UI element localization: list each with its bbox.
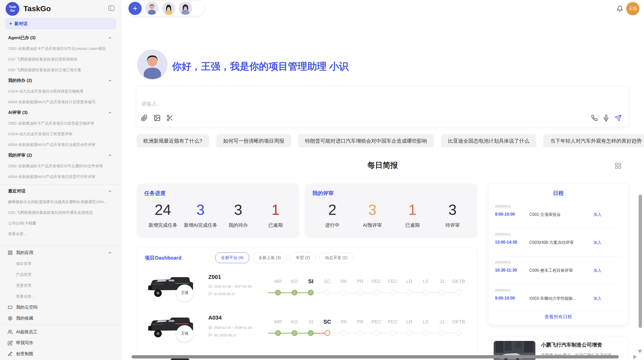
tab-new-platform[interactable]: 全新平台 (4) bbox=[215, 252, 249, 263]
conversation-item[interactable]: A034-全新新能源MUV产品开发项目计划变更表编写 bbox=[0, 97, 121, 107]
vertical-scrollbar[interactable] bbox=[639, 194, 642, 328]
new-session-button[interactable]: + bbox=[128, 2, 142, 15]
conversation-item[interactable]: Z001-全新燃油皮卡产品开发项目SI节点Lesson Learn报告 bbox=[0, 43, 121, 54]
view-all-schedule-link[interactable]: 查看所有日程 bbox=[488, 314, 628, 320]
scissors-icon[interactable] bbox=[166, 114, 173, 122]
divider bbox=[495, 228, 622, 229]
suggestion-chip[interactable]: 如何写一份清晰的项目周报 bbox=[216, 134, 291, 147]
sidebar-item-cloud-space[interactable]: 我的云空间 bbox=[0, 302, 121, 313]
stat-in-progress: 2进行中 bbox=[316, 201, 349, 229]
microphone-icon[interactable] bbox=[603, 115, 609, 121]
schedule-date: 2025/03/11 bbox=[495, 204, 511, 208]
user-avatar[interactable]: 王强 bbox=[626, 2, 639, 15]
sidebar-item-creative-draw[interactable]: 创意制图 bbox=[0, 348, 121, 359]
suggestion-chip[interactable]: 比亚迪全固态电池计划具体说了什么 bbox=[441, 134, 536, 147]
section-header-recent[interactable]: 最近对话 bbox=[0, 186, 121, 197]
section-header-my-review[interactable]: 我的评审 (2) bbox=[0, 150, 121, 161]
conversation-item[interactable]: 解释最新出台的欧盟报废车法规再生塑料比例被调至15%... bbox=[0, 197, 121, 207]
pen-icon bbox=[8, 351, 13, 356]
dashboard-title: 项目Dashboard bbox=[145, 254, 181, 261]
sidebar-bottom-nav: 我的应用 项目管理 产品管理 变更管理 查看全部... 我的云空间 我的收藏 A… bbox=[0, 246, 121, 359]
project-code: Z001 bbox=[208, 274, 221, 280]
milestone-dot bbox=[292, 290, 297, 295]
conversation-item[interactable]: C0X4-动力总成开发项目工程变更评审 bbox=[0, 129, 121, 139]
chat-input[interactable] bbox=[141, 101, 447, 107]
suggestion-chip[interactable]: 当下年轻人对汽车外观有怎样的喜好趋势 bbox=[543, 134, 644, 147]
sidebar-list: Agent已办 (3) Z001-全新燃油皮卡产品开发项目SI节点Lesson … bbox=[0, 33, 121, 239]
my-review-card: 我的评审 2进行中 3AI预评审 1已逾期 3待评审 bbox=[305, 184, 478, 238]
conversation-item[interactable]: A034-全新新能源MUV产品开发项目法规符合性评审 bbox=[0, 139, 121, 150]
suggestion-chip[interactable]: 特朗普可能对进口汽车增税会对中国车企造成哪些影响 bbox=[298, 134, 434, 147]
session-avatar[interactable] bbox=[162, 2, 175, 15]
sidebar-item-my-apps[interactable]: 我的应用 bbox=[0, 247, 121, 258]
project-row[interactable]: 王强 A034 2023-12-19 ~ 2026-01-19 SC-2025-… bbox=[137, 310, 478, 350]
project-row[interactable]: 王强 Z001 2023-12-19 ~ 2027-01-19 SI-2025-… bbox=[137, 270, 478, 310]
notification-bell-icon[interactable] bbox=[617, 5, 623, 12]
conversation-item[interactable]: A034-全新新能源MUV产品开发项目造型可行性评审 bbox=[0, 171, 121, 182]
conversation-item[interactable]: C02-飞腾新能源轻客改款项目立项汇报方案 bbox=[0, 65, 121, 75]
sidebar-item-ai-employee[interactable]: AI超级员工 bbox=[0, 326, 121, 337]
section-header-ai-review[interactable]: AI评审 (3) bbox=[0, 107, 121, 118]
card-title: 我的评审 bbox=[312, 190, 473, 197]
scroll-down-arrow-icon[interactable] bbox=[638, 350, 642, 353]
milestone-dot bbox=[456, 330, 461, 336]
sidebar-toggle-icon[interactable] bbox=[108, 5, 115, 12]
stat-new-done: 24新增完成任务 bbox=[147, 201, 180, 229]
clock-icon bbox=[208, 326, 212, 329]
conversation-item[interactable]: 公司Q3轻卡销量 bbox=[0, 218, 121, 229]
sidebar-item-favorites[interactable]: 我的收藏 bbox=[0, 313, 121, 324]
conversation-item[interactable]: C02-飞腾新能源轻客改款项目的闭环通告反馈情况 bbox=[0, 207, 121, 218]
section-header-my-todo[interactable]: 我的待办 (2) bbox=[0, 75, 121, 86]
schedule-title: 日程 bbox=[488, 190, 628, 197]
send-icon[interactable] bbox=[614, 114, 622, 122]
join-button[interactable]: 加入 bbox=[593, 268, 602, 273]
grid-icon bbox=[8, 250, 13, 255]
sidebar-subitem-project-mgmt[interactable]: 项目管理 bbox=[0, 258, 121, 269]
chevron-up-icon bbox=[108, 189, 112, 193]
owner-badge: 王强 bbox=[176, 325, 193, 342]
window-icon bbox=[8, 305, 13, 310]
tab-model-year[interactable]: 年型 (2) bbox=[290, 252, 316, 263]
schedule-item[interactable]: 2025/03/11 9:00-10:00 C001-立项审批会 加入 bbox=[495, 204, 622, 228]
chevron-up-icon bbox=[108, 153, 112, 158]
new-chat-button[interactable]: + 新对话 bbox=[6, 18, 116, 29]
schedule-item[interactable]: 2025/03/11 13:00-14:30 C003|H0B-方案冻结评审 加… bbox=[495, 232, 622, 256]
tab-new-body[interactable]: 全新上装 (3) bbox=[253, 252, 287, 263]
milestone-label: LR bbox=[401, 317, 417, 327]
view-all-link[interactable]: 查看全部... bbox=[0, 229, 121, 239]
section-header-agent-done[interactable]: Agent已办 (3) bbox=[0, 33, 121, 43]
image-icon[interactable] bbox=[154, 114, 161, 122]
milestone-dot bbox=[406, 330, 412, 336]
sidebar-item-write-helper[interactable]: 帮我写作 bbox=[0, 337, 121, 348]
sidebar-subitem-change-mgmt[interactable]: 变更管理 bbox=[0, 280, 121, 291]
phone-icon[interactable] bbox=[591, 115, 598, 121]
session-avatar[interactable] bbox=[145, 2, 158, 15]
conversation-item[interactable]: Z001-全新燃油轻卡产品开发项目SI节点属性5D文件评审 bbox=[0, 161, 121, 171]
conversation-item[interactable]: C0X4-动力总成开发项目SI里程碑提交物检查 bbox=[0, 86, 121, 97]
tab-powertrain[interactable]: 动总开发 (1) bbox=[319, 252, 353, 263]
milestone-label: KO bbox=[286, 317, 303, 327]
milestone-label: PR bbox=[352, 317, 368, 327]
horizontal-scrollbar[interactable] bbox=[131, 355, 619, 358]
session-avatar[interactable] bbox=[179, 2, 192, 15]
join-button[interactable]: 加入 bbox=[593, 296, 602, 301]
conversation-item[interactable]: Z001-全新燃油轻卡产品开发项目SI造型提交物评审 bbox=[0, 118, 121, 129]
plus-icon: + bbox=[9, 21, 12, 27]
attachment-icon[interactable] bbox=[141, 114, 148, 122]
join-button[interactable]: 加入 bbox=[593, 212, 602, 217]
conversation-item[interactable]: C02-飞腾新能源轻客改款项目里程碑画布 bbox=[0, 54, 121, 65]
layout-grid-icon[interactable] bbox=[614, 162, 622, 169]
schedule-item[interactable]: 2025/03/11 9:00-10:00 X003-车辆动力学性能验... 加… bbox=[495, 288, 622, 312]
milestone-dot bbox=[308, 290, 314, 295]
section-title: 我的评审 (2) bbox=[8, 150, 108, 161]
schedule-item[interactable]: 2025/03/11 10:30-11:30 C005-整车工程目标评审 加入 bbox=[495, 260, 622, 284]
sidebar-subitem-product-mgmt[interactable]: 产品管理 bbox=[0, 269, 121, 280]
schedule-date: 2025/03/11 bbox=[495, 232, 511, 236]
view-all-link[interactable]: 查看全部... bbox=[0, 291, 121, 302]
scroll-right-arrow-icon[interactable] bbox=[633, 355, 637, 359]
schedule-time: 9:00-10:00 bbox=[495, 212, 515, 217]
join-button[interactable]: 加入 bbox=[593, 240, 602, 245]
sidebar-item-label: 我的云空间 bbox=[16, 304, 112, 310]
suggestion-chip[interactable]: 欧洲新规最近颁布了什么? bbox=[137, 134, 209, 147]
suggestion-chips: 欧洲新规最近颁布了什么? 如何写一份清晰的项目周报 特朗普可能对进口汽车增税会对… bbox=[137, 134, 644, 147]
